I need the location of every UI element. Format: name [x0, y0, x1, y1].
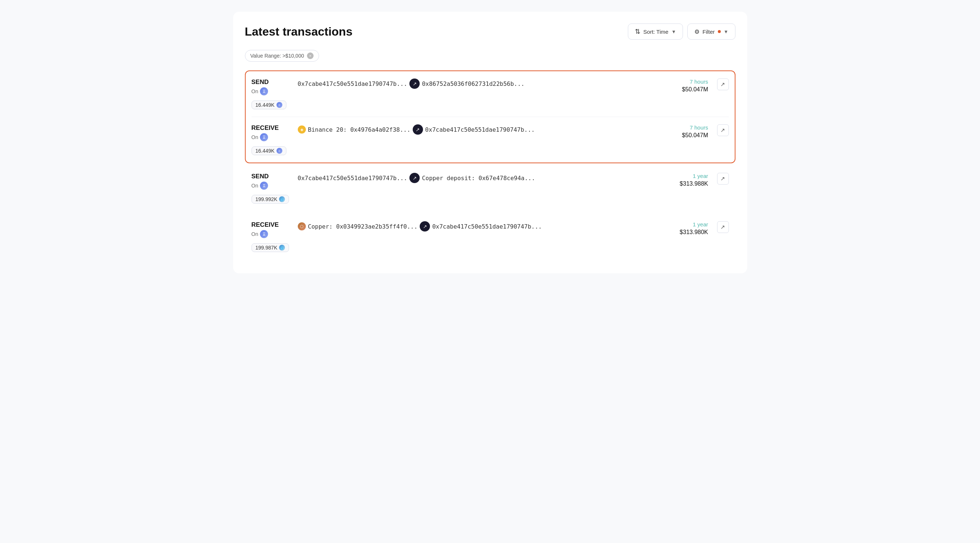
tx-type-label: RECEIVE	[251, 124, 292, 132]
external-link-button[interactable]: ↗	[717, 124, 729, 136]
arrow-icon: ↗	[413, 124, 423, 135]
external-link-button[interactable]: ↗	[717, 173, 729, 184]
transactions-list: SEND On Ξ 16.449K Ξ	[245, 70, 735, 262]
sort-chevron-icon: ▼	[671, 29, 676, 35]
tx-type-label: SEND	[251, 173, 292, 180]
tx-row-inner: RECEIVE On Ξ 16.449K Ξ	[251, 124, 729, 155]
tx-chain-label: On	[251, 89, 258, 94]
tx-type-block: RECEIVE On Ξ 199.987K 💧	[251, 221, 292, 252]
filter-chip: Value Range: >$10,000 ×	[245, 50, 319, 62]
eth-badge-icon: Ξ	[277, 102, 282, 108]
tx-row-inner: SEND On Ξ 199.992K 💧	[251, 173, 729, 204]
tx-chain-label: On	[251, 183, 258, 189]
tx-row-inner-wrap: SEND On Ξ 199.992K 💧	[246, 165, 735, 211]
amount-badge: 199.987K 💧	[251, 243, 290, 252]
tx-type-label: SEND	[251, 78, 292, 86]
table-row: SEND On Ξ 199.992K 💧	[245, 165, 735, 212]
highlighted-group: SEND On Ξ 16.449K Ξ	[245, 70, 735, 163]
to-address: 0x7cabe417c50e551dae1790747b...	[425, 126, 535, 133]
filter-row: Value Range: >$10,000 ×	[245, 50, 735, 62]
tx-right: 7 hours $50.047M	[649, 78, 708, 93]
tx-type-block: SEND On Ξ 16.449K Ξ	[251, 78, 292, 110]
tx-chain-label: On	[251, 231, 258, 237]
arrow-icon: ↗	[409, 173, 420, 183]
tx-time: 1 year	[693, 173, 708, 179]
tx-time: 7 hours	[690, 78, 708, 85]
from-address-row: 0x7cabe417c50e551dae1790747b... ↗ Copper…	[298, 173, 644, 183]
filter-chip-label: Value Range: >$10,000	[250, 53, 304, 59]
filter-chevron-icon: ▼	[724, 29, 729, 35]
tx-chain: On Ξ	[251, 182, 292, 190]
tx-value: $313.988K	[680, 181, 708, 187]
copper-icon: ⬡	[298, 222, 306, 230]
ethereum-icon: Ξ	[260, 133, 268, 141]
binance-icon: ◈	[298, 125, 306, 133]
tx-type-label: RECEIVE	[251, 221, 292, 229]
external-link-button[interactable]: ↗	[717, 78, 729, 90]
sort-icon: ⇅	[635, 27, 640, 36]
arrow-icon: ↗	[409, 78, 420, 89]
tx-middle: 0x7cabe417c50e551dae1790747b... ↗ 0x8675…	[298, 78, 644, 89]
tx-right: 1 year $313.988K	[649, 173, 708, 187]
tx-type-block: SEND On Ξ 199.992K 💧	[251, 173, 292, 204]
filter-chip-close[interactable]: ×	[307, 52, 313, 59]
from-address: 0x7cabe417c50e551dae1790747b...	[298, 80, 407, 87]
tx-row-inner: SEND On Ξ 16.449K Ξ	[251, 78, 729, 110]
tx-middle: 0x7cabe417c50e551dae1790747b... ↗ Copper…	[298, 173, 644, 183]
to-address: 0x7cabe417c50e551dae1790747b...	[432, 223, 542, 230]
filter-active-dot	[718, 30, 721, 33]
tx-chain: On Ξ	[251, 87, 292, 95]
ethereum-icon: Ξ	[260, 230, 268, 238]
arrow-icon: ↗	[420, 221, 430, 232]
filter-icon: ⚙	[694, 28, 700, 35]
token-badge-icon: 💧	[279, 245, 285, 251]
sort-label: Sort: Time	[643, 29, 668, 35]
tx-time: 1 year	[693, 221, 708, 227]
header: Latest transactions ⇅ Sort: Time ▼ ⚙ Fil…	[245, 24, 735, 40]
tx-chain: On Ξ	[251, 230, 292, 238]
filter-label: Filter	[702, 29, 714, 35]
table-row: SEND On Ξ 16.449K Ξ	[246, 71, 735, 117]
from-address-row: 0x7cabe417c50e551dae1790747b... ↗ 0x8675…	[298, 78, 644, 89]
amount-badge: 199.992K 💧	[251, 195, 290, 204]
table-row: RECEIVE On Ξ 16.449K Ξ	[246, 117, 735, 162]
tx-value: $50.047M	[682, 86, 708, 93]
tx-time: 7 hours	[690, 124, 708, 130]
ethereum-icon: Ξ	[260, 87, 268, 95]
amount-badge: 16.449K Ξ	[251, 146, 286, 155]
to-address: Copper deposit: 0x67e478ce94a...	[422, 175, 535, 182]
from-address-row: ⬡ Copper: 0x0349923ae2b35ff4f0... ↗ 0x7c…	[298, 221, 644, 232]
page-title: Latest transactions	[245, 25, 353, 38]
from-address: Binance 20: 0x4976a4a02f38...	[308, 126, 410, 133]
amount-badge: 16.449K Ξ	[251, 100, 286, 110]
tx-value: $313.980K	[680, 229, 708, 235]
tx-chain: On Ξ	[251, 133, 292, 141]
header-actions: ⇅ Sort: Time ▼ ⚙ Filter ▼	[628, 24, 735, 40]
transactions-panel: Latest transactions ⇅ Sort: Time ▼ ⚙ Fil…	[233, 12, 747, 273]
tx-chain-label: On	[251, 134, 258, 140]
external-link-button[interactable]: ↗	[717, 221, 729, 233]
from-address-row: ◈ Binance 20: 0x4976a4a02f38... ↗ 0x7cab…	[298, 124, 644, 135]
tx-value: $50.047M	[682, 132, 708, 139]
tx-right: 1 year $313.980K	[649, 221, 708, 235]
eth-badge-icon: Ξ	[277, 148, 282, 154]
tx-row-inner-wrap: RECEIVE On Ξ 199.987K 💧	[246, 214, 735, 259]
table-row: RECEIVE On Ξ 199.987K 💧	[245, 213, 735, 260]
token-badge-icon: 💧	[279, 196, 285, 202]
tx-middle: ⬡ Copper: 0x0349923ae2b35ff4f0... ↗ 0x7c…	[298, 221, 644, 232]
filter-button[interactable]: ⚙ Filter ▼	[687, 24, 735, 40]
tx-right: 7 hours $50.047M	[649, 124, 708, 139]
from-address: Copper: 0x0349923ae2b35ff4f0...	[308, 223, 418, 230]
from-address: 0x7cabe417c50e551dae1790747b...	[298, 175, 407, 182]
sort-button[interactable]: ⇅ Sort: Time ▼	[628, 24, 683, 40]
to-address: 0x86752a5036f062731d22b56b...	[422, 80, 524, 87]
tx-row-inner: RECEIVE On Ξ 199.987K 💧	[251, 221, 729, 252]
tx-type-block: RECEIVE On Ξ 16.449K Ξ	[251, 124, 292, 155]
ethereum-icon: Ξ	[260, 182, 268, 190]
tx-middle: ◈ Binance 20: 0x4976a4a02f38... ↗ 0x7cab…	[298, 124, 644, 135]
